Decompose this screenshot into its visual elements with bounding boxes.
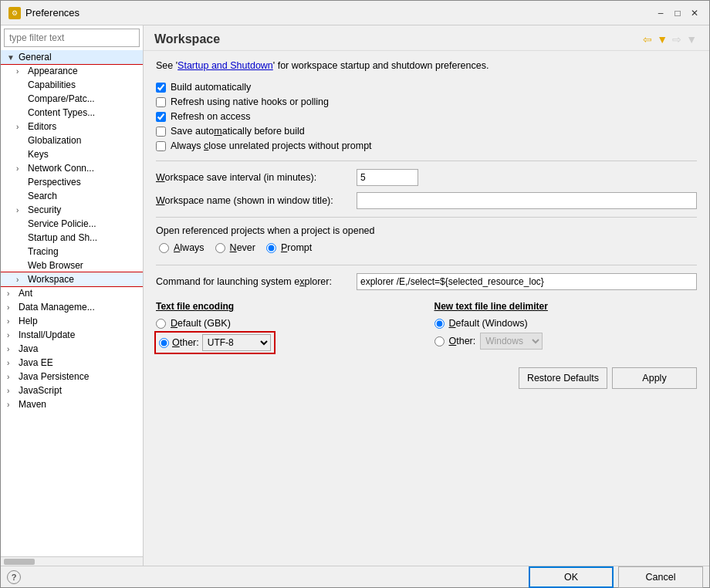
sidebar-item-label: Java Persistence bbox=[19, 371, 89, 382]
sidebar-item-appearance[interactable]: › Appearance bbox=[1, 64, 143, 78]
separator-3 bbox=[156, 265, 697, 265]
enc-other-label: Other: bbox=[172, 337, 199, 348]
sidebar-item-capabilities[interactable]: Capabilities bbox=[1, 78, 143, 92]
line-delimiter-title: New text file line delimiter bbox=[434, 301, 698, 312]
sidebar-item-web-browser[interactable]: Web Browser bbox=[1, 259, 143, 272]
sidebar-item-java[interactable]: › Java bbox=[1, 342, 143, 356]
explorer-command-label: Command for launching system explorer: bbox=[156, 276, 357, 287]
minimize-button[interactable]: – bbox=[654, 6, 668, 20]
close-unrelated-label: Always close unrelated projects without … bbox=[171, 140, 372, 151]
sidebar-item-workspace[interactable]: › Workspace bbox=[1, 272, 143, 286]
delim-default-label: Default (Windows) bbox=[449, 318, 528, 329]
close-button[interactable]: ✕ bbox=[688, 6, 702, 20]
nav-forward-dropdown[interactable]: ▼ bbox=[685, 32, 698, 47]
sidebar-item-label: Java bbox=[19, 343, 38, 354]
sidebar-item-label: Help bbox=[19, 316, 38, 326]
sidebar-item-label: Install/Update bbox=[19, 329, 75, 340]
close-unrelated-checkbox[interactable] bbox=[156, 141, 166, 151]
sidebar-item-general[interactable]: ▼ General bbox=[1, 50, 143, 64]
maximize-button[interactable]: □ bbox=[671, 6, 685, 20]
radio-always-label: Always bbox=[174, 242, 205, 253]
refresh-access-label: Refresh on access bbox=[171, 111, 251, 122]
sidebar-item-ant[interactable]: › Ant bbox=[1, 286, 143, 300]
dialog-title: Preferences bbox=[25, 7, 79, 19]
radio-never: Never bbox=[215, 242, 255, 253]
check-row-refresh-native: Refresh using native hooks or polling bbox=[156, 96, 697, 107]
sidebar-item-startup[interactable]: Startup and Sh... bbox=[1, 231, 143, 245]
apply-button[interactable]: Apply bbox=[612, 367, 697, 389]
arrow-icon: › bbox=[7, 373, 16, 381]
arrow-icon: › bbox=[16, 67, 25, 76]
startup-link-row: See 'Startup and Shutdown' for workspace… bbox=[156, 60, 697, 71]
save-before-build-label: Save automatically before build bbox=[171, 126, 305, 137]
horizontal-scrollbar[interactable] bbox=[1, 557, 143, 566]
sidebar-item-java-persistence[interactable]: › Java Persistence bbox=[1, 370, 143, 384]
sidebar-item-install-update[interactable]: › Install/Update bbox=[1, 328, 143, 342]
open-project-label: Open referenced projects when a project … bbox=[156, 225, 697, 236]
radio-never-input[interactable] bbox=[215, 243, 225, 253]
text-encoding-group: Text file encoding Default (GBK) Other: … bbox=[156, 301, 419, 357]
sidebar-item-service-policies[interactable]: Service Policie... bbox=[1, 217, 143, 231]
sidebar-item-label: Tracing bbox=[28, 246, 59, 257]
sidebar-item-network-conn[interactable]: › Network Conn... bbox=[1, 161, 143, 175]
sidebar-item-tracing[interactable]: Tracing bbox=[1, 245, 143, 259]
bottom-bar: ? OK Cancel bbox=[1, 566, 709, 587]
refresh-access-checkbox[interactable] bbox=[156, 112, 166, 122]
help-icon[interactable]: ? bbox=[7, 570, 21, 584]
check-row-save-before-build: Save automatically before build bbox=[156, 126, 697, 137]
encoding-select[interactable]: UTF-8 GBK ISO-8859-1 bbox=[202, 334, 271, 351]
sidebar-item-perspectives[interactable]: Perspectives bbox=[1, 175, 143, 189]
nav-arrows: ⇦ ▼ ⇨ ▼ bbox=[641, 32, 698, 47]
nav-back-button[interactable]: ⇦ bbox=[641, 32, 654, 47]
ok-button[interactable]: OK bbox=[529, 566, 614, 588]
refresh-native-checkbox[interactable] bbox=[156, 97, 166, 107]
arrow-icon: › bbox=[7, 387, 16, 395]
sidebar-item-maven[interactable]: › Maven bbox=[1, 397, 143, 411]
nav-back-dropdown[interactable]: ▼ bbox=[655, 32, 669, 47]
sidebar-item-label: Java EE bbox=[19, 357, 53, 368]
sidebar-item-content-types[interactable]: Content Types... bbox=[1, 106, 143, 120]
save-before-build-checkbox[interactable] bbox=[156, 127, 166, 137]
workspace-name-input[interactable] bbox=[357, 192, 697, 209]
radio-always-input[interactable] bbox=[159, 243, 169, 253]
enc-default-radio[interactable] bbox=[156, 319, 166, 329]
sidebar-item-data-management[interactable]: › Data Manageme... bbox=[1, 300, 143, 314]
sidebar-item-label: Maven bbox=[19, 399, 46, 410]
radio-always: Always bbox=[159, 242, 205, 253]
sidebar-item-label: General bbox=[19, 52, 52, 63]
sidebar-item-security[interactable]: › Security bbox=[1, 203, 143, 217]
nav-forward-button[interactable]: ⇨ bbox=[671, 32, 683, 47]
enc-default-label: Default (GBK) bbox=[171, 318, 231, 329]
restore-defaults-button[interactable]: Restore Defaults bbox=[519, 367, 607, 389]
delim-default-radio[interactable] bbox=[434, 319, 445, 329]
sidebar-item-editors[interactable]: › Editors bbox=[1, 120, 143, 133]
sidebar-item-compare[interactable]: Compare/Patc... bbox=[1, 92, 143, 106]
delimiter-select[interactable]: Windows Unix Mac OS X bbox=[480, 333, 543, 350]
encoding-section: Text file encoding Default (GBK) Other: … bbox=[156, 301, 697, 357]
workspace-name-row: Workspace name (shown in window title): bbox=[156, 192, 697, 209]
sidebar-item-keys[interactable]: Keys bbox=[1, 147, 143, 161]
save-interval-input[interactable] bbox=[357, 169, 418, 186]
sidebar-item-label: Startup and Sh... bbox=[28, 232, 97, 243]
sidebar-item-java-ee[interactable]: › Java EE bbox=[1, 356, 143, 370]
delim-default-row: Default (Windows) bbox=[434, 318, 698, 329]
preferences-dialog: ⚙ Preferences – □ ✕ ▼ General › Appearan… bbox=[0, 0, 710, 588]
cancel-button[interactable]: Cancel bbox=[618, 566, 703, 588]
delim-other-radio[interactable] bbox=[434, 336, 445, 346]
radio-prompt-input[interactable] bbox=[266, 243, 276, 253]
sidebar-item-label: Appearance bbox=[28, 66, 78, 76]
explorer-command-input[interactable] bbox=[357, 273, 697, 290]
title-controls: – □ ✕ bbox=[654, 6, 702, 20]
startup-link[interactable]: Startup and Shutdown bbox=[178, 60, 273, 71]
radio-prompt-label: Prompt bbox=[281, 242, 312, 253]
sidebar-item-javascript[interactable]: › JavaScript bbox=[1, 384, 143, 397]
sidebar-item-help[interactable]: › Help bbox=[1, 314, 143, 328]
sidebar-item-globalization[interactable]: Globalization bbox=[1, 133, 143, 147]
filter-input[interactable] bbox=[4, 29, 140, 47]
radio-never-label: Never bbox=[230, 242, 255, 253]
sidebar-item-search[interactable]: Search bbox=[1, 189, 143, 203]
arrow-icon: › bbox=[7, 317, 16, 326]
sidebar-bottom bbox=[1, 556, 143, 566]
build-auto-checkbox[interactable] bbox=[156, 83, 166, 93]
enc-other-radio[interactable] bbox=[159, 338, 169, 348]
